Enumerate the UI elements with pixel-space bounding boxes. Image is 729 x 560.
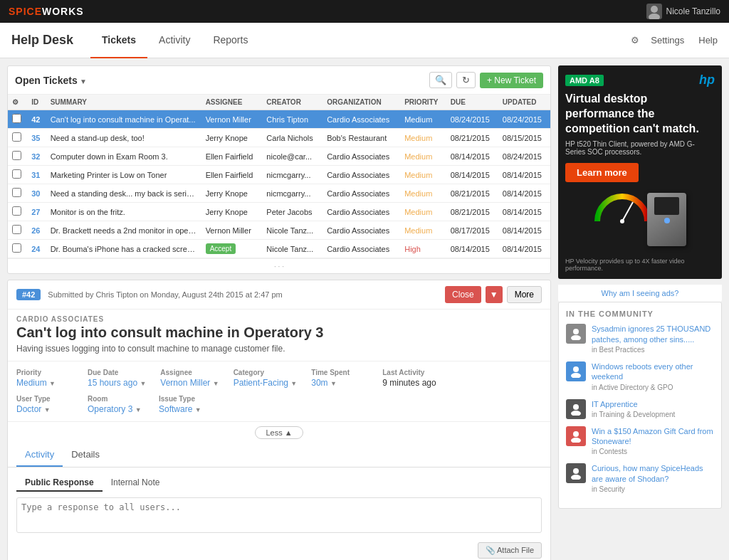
- refresh-button[interactable]: ↻: [456, 72, 476, 88]
- navbar: Help Desk Tickets Activity Reports ⚙ Set…: [0, 23, 729, 58]
- col-organization: ORGANIZATION: [322, 95, 400, 110]
- internal-note-tab[interactable]: Internal Note: [103, 475, 169, 492]
- assignee-value[interactable]: Vernon Miller ▼: [160, 378, 219, 388]
- tab-details[interactable]: Details: [63, 443, 108, 467]
- priority-cell: Medium: [400, 129, 446, 147]
- content-area: Open Tickets ▼ 🔍 ↻ + New Ticket ⚙ ID SUM…: [7, 65, 551, 553]
- main-layout: Open Tickets ▼ 🔍 ↻ + New Ticket ⚙ ID SUM…: [0, 58, 729, 560]
- public-response-tab[interactable]: Public Response: [16, 475, 103, 492]
- priority-cell: Medium: [400, 110, 446, 129]
- tab-tickets[interactable]: Tickets: [90, 23, 147, 58]
- due-value[interactable]: 15 hours ago ▼: [88, 378, 146, 388]
- user-type-field: User Type Doctor ▼: [16, 395, 73, 414]
- community-icon: [566, 426, 586, 446]
- priority-value[interactable]: Medium ▼: [16, 378, 73, 388]
- tab-activity[interactable]: Activity: [147, 23, 201, 58]
- row-checkbox[interactable]: [12, 225, 21, 234]
- row-checkbox[interactable]: [12, 151, 21, 160]
- community-item: Curious, how many SpiceHeads are aware o…: [566, 463, 714, 494]
- thin-client-graphic: [594, 189, 686, 253]
- assignee-cell: Jerry Knope: [201, 129, 263, 147]
- svg-point-8: [573, 366, 579, 372]
- detail-header: #42 Submitted by Chris Tipton on Monday,…: [8, 280, 550, 310]
- submitted-info: Submitted by Chris Tipton on Monday, Aug…: [48, 290, 282, 299]
- accept-button[interactable]: Accept: [206, 243, 236, 254]
- search-button[interactable]: 🔍: [429, 72, 452, 88]
- last-activity-field: Last Activity 9 minutes ago: [382, 369, 439, 388]
- issue-type-label: Issue Type: [159, 395, 216, 403]
- row-checkbox[interactable]: [12, 169, 21, 179]
- community-text: Win a $150 Amazon Gift Card from Stonewa…: [592, 426, 714, 457]
- more-button[interactable]: More: [507, 286, 542, 303]
- table-row[interactable]: 24 Dr. Bouma's iPhone has a cracked scre…: [8, 240, 550, 258]
- category-value[interactable]: Patient-Facing ▼: [234, 378, 298, 388]
- settings-link[interactable]: Settings: [651, 35, 684, 46]
- open-tickets-dropdown[interactable]: Open Tickets ▼: [15, 75, 87, 86]
- table-row[interactable]: 32 Computer down in Exam Room 3. Ellen F…: [8, 147, 550, 166]
- attach-file-button[interactable]: 📎 Attach File: [478, 542, 542, 559]
- logo: SPICEWORKS: [9, 6, 84, 17]
- user-type-value[interactable]: Doctor ▼: [16, 404, 73, 414]
- updated-cell: 08/14/2015: [498, 240, 550, 258]
- checkbox-cell: [8, 129, 27, 147]
- help-link[interactable]: Help: [698, 35, 718, 46]
- new-ticket-button[interactable]: + New Ticket: [480, 73, 543, 88]
- ticket-table: ⚙ ID SUMMARY ASSIGNEE CREATOR ORGANIZATI…: [8, 95, 550, 258]
- svg-point-0: [651, 6, 658, 13]
- checkbox-cell: [8, 147, 27, 166]
- assignee-label: Assignee: [160, 369, 219, 376]
- assignee-cell: Accept: [201, 240, 263, 258]
- table-row[interactable]: 30 Need a standing desk... my back is se…: [8, 184, 550, 203]
- priority-field: Priority Medium ▼: [16, 369, 73, 388]
- table-row[interactable]: 42 Can't log into consult machine in Ope…: [8, 110, 550, 129]
- less-button[interactable]: Less ▲: [255, 426, 303, 439]
- priority-cell: Medium: [400, 203, 446, 221]
- svg-point-1: [649, 14, 660, 19]
- close-button[interactable]: Close: [445, 286, 481, 303]
- attach-row: 📎 Attach File: [16, 535, 542, 560]
- learn-more-button[interactable]: Learn more: [565, 163, 639, 182]
- response-textarea[interactable]: [16, 497, 542, 533]
- category-label: Category: [234, 369, 298, 376]
- community-link[interactable]: Windows reboots every other weekend: [592, 361, 714, 382]
- community-link[interactable]: IT Apprentice: [592, 399, 675, 409]
- time-value[interactable]: 30m ▼: [311, 378, 368, 388]
- table-row[interactable]: 35 Need a stand-up desk, too! Jerry Knop…: [8, 129, 550, 147]
- row-checkbox[interactable]: [12, 114, 21, 123]
- due-date-field: Due Date 15 hours ago ▼: [88, 369, 146, 388]
- row-checkbox[interactable]: [12, 132, 21, 142]
- community-link[interactable]: Win a $150 Amazon Gift Card from Stonewa…: [592, 426, 714, 447]
- time-spent-field: Time Spent 30m ▼: [311, 369, 368, 388]
- updated-cell: 08/24/2015: [498, 147, 550, 166]
- community-in-tag: in Contests: [592, 448, 627, 455]
- ticket-list-actions: 🔍 ↻ + New Ticket: [429, 72, 543, 88]
- checkbox-cell: [8, 184, 27, 203]
- device-illustration: [565, 189, 715, 253]
- row-checkbox[interactable]: [12, 188, 21, 197]
- table-row[interactable]: 31 Marketing Printer is Low on Toner Ell…: [8, 166, 550, 184]
- priority-cell: Medium: [400, 166, 446, 184]
- tab-activity-detail[interactable]: Activity: [16, 443, 63, 467]
- org-cell: Cardio Associates: [322, 203, 400, 221]
- community-item: Win a $150 Amazon Gift Card from Stonewa…: [566, 426, 714, 457]
- row-checkbox[interactable]: [12, 243, 21, 253]
- table-row[interactable]: 26 Dr. Brackett needs a 2nd monitor in o…: [8, 221, 550, 240]
- row-checkbox[interactable]: [12, 206, 21, 216]
- less-toggle: Less ▲: [8, 421, 550, 443]
- community-icon: [566, 361, 586, 381]
- response-section: Public Response Internal Note 📎 Attach F…: [8, 467, 550, 560]
- svg-point-9: [571, 373, 581, 378]
- svg-point-15: [571, 475, 581, 480]
- community-link[interactable]: Sysadmin ignores 25 THOUSAND patches, am…: [592, 324, 714, 344]
- community-link[interactable]: Curious, how many SpiceHeads are aware o…: [592, 463, 714, 484]
- why-ads-link[interactable]: Why am I seeing ads?: [558, 285, 722, 302]
- org-cell: Cardio Associates: [322, 240, 400, 258]
- ticket-description: Having issues logging into to consult ma…: [8, 344, 550, 361]
- tab-reports[interactable]: Reports: [201, 23, 259, 58]
- issue-type-value[interactable]: Software ▼: [159, 404, 216, 414]
- close-dropdown-button[interactable]: ▼: [486, 286, 503, 303]
- assignee-cell: Vernon Miller: [201, 221, 263, 240]
- table-row[interactable]: 27 Monitor is on the fritz. Jerry Knope …: [8, 203, 550, 221]
- col-summary: SUMMARY: [46, 95, 201, 110]
- room-value[interactable]: Operatory 3 ▼: [88, 404, 145, 414]
